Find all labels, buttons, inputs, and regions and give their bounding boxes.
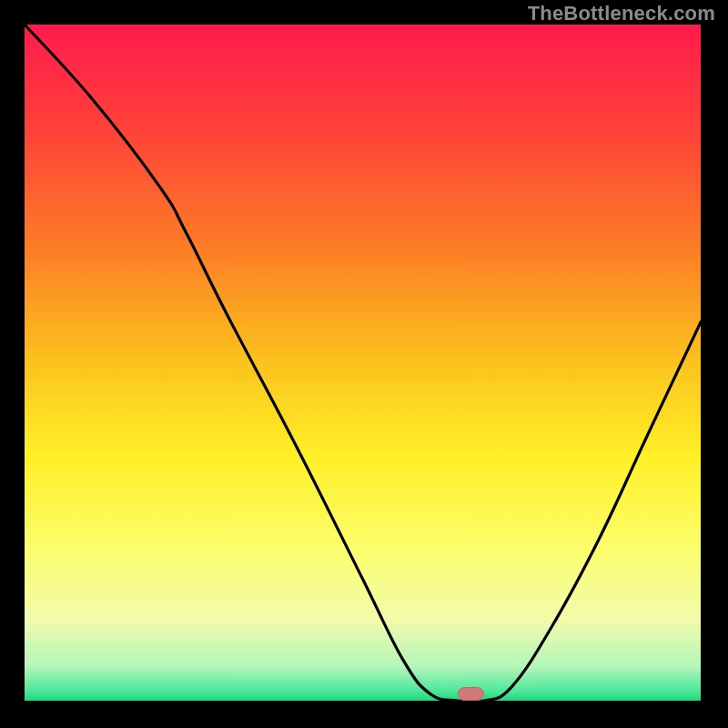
chart-frame: TheBottleneck.com — [0, 0, 728, 728]
optimal-marker — [458, 688, 483, 701]
plot-background — [25, 25, 701, 701]
bottleneck-chart — [0, 0, 728, 728]
watermark-text: TheBottleneck.com — [528, 2, 715, 25]
